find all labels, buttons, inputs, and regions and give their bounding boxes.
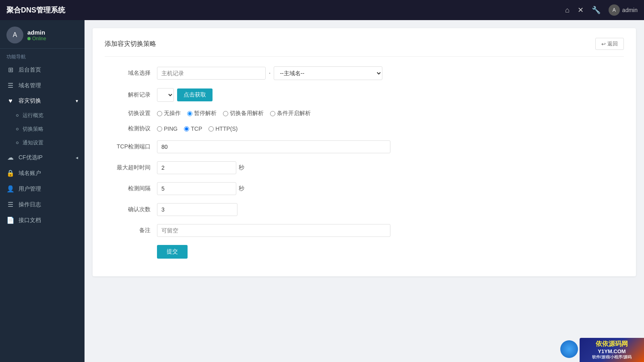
- sidebar-user: A admin Online: [0, 20, 85, 49]
- back-label: 返回: [607, 40, 618, 47]
- radio-switch-backup-input[interactable]: [223, 111, 228, 116]
- watermark-url: Y1YM.COM: [598, 348, 625, 354]
- radio-pause-parse[interactable]: 暂停解析: [187, 110, 217, 117]
- sidebar-item-domain-account[interactable]: 🔒 域名账户: [0, 165, 85, 181]
- watermark-circle: [560, 340, 578, 358]
- submit-row: 提交: [105, 245, 624, 259]
- parse-record-label: 解析记录: [105, 91, 157, 99]
- domain-label: 域名选择: [105, 70, 157, 77]
- radio-switch-backup[interactable]: 切换备用解析: [223, 110, 264, 117]
- interval-unit: 秒: [239, 185, 244, 192]
- timeout-unit: 秒: [239, 164, 244, 171]
- radio-pause-parse-label: 暂停解析: [194, 110, 217, 117]
- radio-switch-backup-label: 切换备用解析: [230, 110, 264, 117]
- close-icon[interactable]: ✕: [578, 6, 584, 14]
- protocol-label: 检测协议: [105, 125, 157, 132]
- chevron-left-icon: ◂: [76, 155, 78, 160]
- back-button[interactable]: ↩ 返回: [595, 38, 624, 50]
- user-status: Online: [27, 36, 46, 41]
- timeout-input-group: 秒: [157, 161, 244, 174]
- protocol-https[interactable]: HTTP(S): [208, 125, 237, 132]
- radio-no-action-label: 无操作: [164, 110, 181, 117]
- avatar: A: [6, 27, 23, 43]
- protocol-tcp-input[interactable]: [184, 126, 189, 132]
- check-interval-input[interactable]: [157, 182, 236, 195]
- protocol-tcp[interactable]: TCP: [184, 125, 202, 132]
- sidebar-item-disaster-switch[interactable]: ♥ 容灾切换 ▾: [0, 93, 85, 109]
- docs-icon: 📄: [6, 216, 14, 224]
- sidebar-item-cf-ip[interactable]: ☁ CF优选IP ◂: [0, 150, 85, 165]
- sidebar-item-domain-mgmt[interactable]: ☰ 域名管理: [0, 78, 85, 93]
- interval-input-group: 秒: [157, 182, 244, 195]
- confirm-count-label: 确认次数: [105, 206, 157, 213]
- remark-label: 备注: [105, 227, 157, 234]
- sidebar-item-user-mgmt[interactable]: 👤 用户管理: [0, 181, 85, 197]
- max-timeout-input[interactable]: [157, 161, 236, 174]
- domain-select[interactable]: --主域名--: [274, 66, 382, 80]
- domain-host-input[interactable]: [157, 67, 266, 80]
- protocol-tcp-label: TCP: [191, 125, 202, 132]
- parse-record-select[interactable]: [157, 88, 174, 102]
- sidebar-item-dashboard[interactable]: ⊞ 后台首页: [0, 62, 85, 78]
- check-interval-label: 检测间隔: [105, 185, 157, 192]
- protocol-group: PING TCP HTTP(S): [157, 125, 237, 132]
- protocol-ping-input[interactable]: [157, 126, 162, 132]
- protocol-ping[interactable]: PING: [157, 125, 178, 132]
- chevron-down-icon: ▾: [76, 98, 78, 104]
- radio-pause-parse-input[interactable]: [187, 111, 192, 116]
- sidebar-label-docs: 接口文档: [19, 217, 78, 224]
- remark-input[interactable]: [157, 224, 390, 237]
- app-title: 聚合DNS管理系统: [6, 5, 65, 15]
- domain-row: 域名选择 · --主域名--: [105, 66, 624, 80]
- sub-dot: [16, 114, 19, 117]
- tcp-port-input[interactable]: [157, 140, 390, 153]
- sidebar-item-run-overview[interactable]: 运行概览: [0, 109, 85, 122]
- confirm-count-row: 确认次数: [105, 203, 624, 216]
- max-timeout-label: 最大超时时间: [105, 164, 157, 171]
- lock-icon: 🔒: [6, 169, 14, 177]
- card-header: 添加容灾切换策略 ↩ 返回: [105, 38, 624, 57]
- domain-inputs: · --主域名--: [157, 66, 382, 80]
- sidebar-item-switch-policy[interactable]: 切换策略: [0, 122, 85, 136]
- sidebar-label-disaster: 容灾切换: [19, 97, 72, 105]
- sub-dot: [16, 142, 19, 144]
- layout: A admin Online 功能导航 ⊞ 后台首页 ☰ 域名管理 ♥ 容灾切换…: [0, 20, 644, 362]
- tcp-port-row: TCP检测端口: [105, 140, 624, 153]
- sidebar-label-user-mgmt: 用户管理: [19, 185, 78, 193]
- protocol-https-input[interactable]: [208, 126, 214, 132]
- switch-radio-group: 无操作 暂停解析 切换备用解析 条件开启解析: [157, 110, 311, 117]
- home-icon[interactable]: ⌂: [565, 6, 570, 14]
- sidebar-label-domain: 域名管理: [19, 82, 78, 89]
- radio-no-action[interactable]: 无操作: [157, 110, 181, 117]
- disaster-icon: ♥: [6, 97, 14, 105]
- sidebar-item-api-docs[interactable]: 📄 接口文档: [0, 212, 85, 228]
- tcp-port-label: TCP检测端口: [105, 143, 157, 150]
- check-interval-row: 检测间隔 秒: [105, 182, 624, 195]
- watermark: 依依源码网 Y1YM.COM 软件/游戏/小程序/源码: [580, 338, 644, 362]
- sidebar-label-domain-account: 域名账户: [19, 170, 78, 177]
- confirm-count-input[interactable]: [157, 203, 237, 216]
- radio-no-action-input[interactable]: [157, 111, 162, 116]
- section-label: 功能导航: [0, 49, 85, 62]
- cf-icon: ☁: [6, 154, 14, 161]
- parse-record-row: 解析记录 点击获取: [105, 88, 624, 102]
- wrench-icon[interactable]: 🔧: [592, 6, 601, 14]
- protocol-https-label: HTTP(S): [215, 125, 237, 132]
- sidebar-item-notify-settings[interactable]: 通知设置: [0, 136, 85, 150]
- sidebar-label-notify: 通知设置: [23, 139, 43, 146]
- submit-button[interactable]: 提交: [157, 245, 188, 259]
- sidebar-item-operation-log[interactable]: ☰ 操作日志: [0, 197, 85, 212]
- radio-condition-open[interactable]: 条件开启解析: [270, 110, 311, 117]
- radio-condition-open-input[interactable]: [270, 111, 275, 116]
- user-info: admin Online: [27, 29, 46, 41]
- fetch-button[interactable]: 点击获取: [177, 88, 213, 101]
- top-nav-left: 聚合DNS管理系统: [6, 5, 65, 15]
- protocol-ping-label: PING: [164, 125, 178, 132]
- log-icon: ☰: [6, 201, 14, 208]
- sidebar-label-switch-policy: 切换策略: [23, 125, 43, 133]
- protocol-row: 检测协议 PING TCP HTTP(S): [105, 125, 624, 132]
- main-content: 添加容灾切换策略 ↩ 返回 域名选择 · --主域名--: [85, 20, 644, 362]
- avatar-small: A: [609, 4, 620, 16]
- user-menu[interactable]: A admin: [609, 4, 638, 16]
- back-arrow-icon: ↩: [601, 41, 606, 47]
